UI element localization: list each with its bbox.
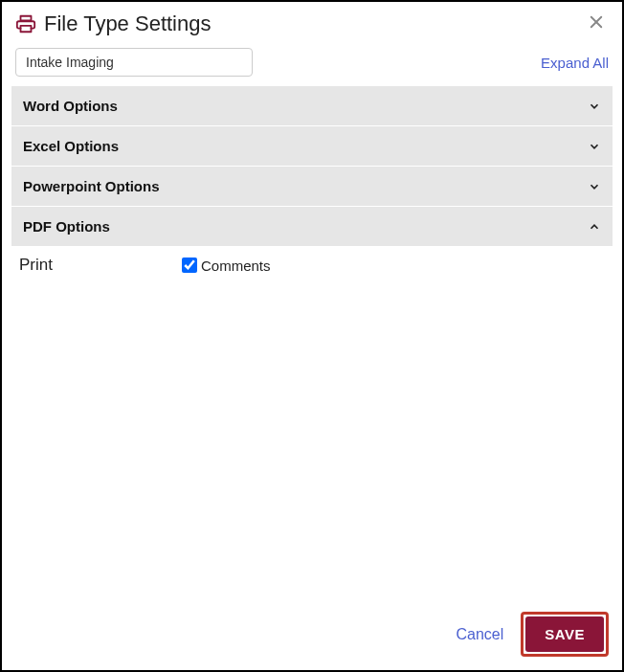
expand-all-link[interactable]: Expand All [541,55,609,71]
comments-checkbox[interactable] [182,258,197,273]
dialog-header: File Type Settings [2,2,622,40]
accordion-header-excel[interactable]: Excel Options [11,126,613,166]
save-button[interactable]: SAVE [525,616,604,652]
search-input[interactable] [15,48,253,77]
save-button-highlight: SAVE [521,612,609,657]
accordion-item-word: Word Options [11,86,613,126]
svg-rect-0 [21,16,32,21]
accordion-body-pdf: Print Comments [11,246,613,279]
accordion-item-powerpoint: Powerpoint Options [11,167,613,207]
dialog-content: Word Options Excel Options Powerpoint Op… [2,86,622,600]
accordion-label: Powerpoint Options [23,178,160,194]
accordion-item-pdf: PDF Options Print Comments [11,207,613,280]
pdf-print-label: Print [19,256,182,275]
dialog-title: File Type Settings [44,11,584,36]
print-icon [15,13,36,34]
accordion-label: Word Options [23,98,118,114]
accordion-item-excel: Excel Options [11,126,613,167]
accordion: Word Options Excel Options Powerpoint Op… [11,86,613,280]
comments-checkbox-wrapper[interactable]: Comments [182,258,271,274]
file-type-settings-dialog: File Type Settings Expand All Word Optio… [0,0,624,672]
chevron-down-icon [588,140,601,153]
accordion-header-powerpoint[interactable]: Powerpoint Options [11,167,613,206]
dialog-footer: Cancel SAVE [2,600,622,670]
dialog-toolbar: Expand All [2,40,622,86]
close-button[interactable] [584,11,609,36]
chevron-up-icon [588,220,601,234]
cancel-button[interactable]: Cancel [456,626,503,643]
svg-rect-1 [21,26,32,32]
accordion-label: Excel Options [23,138,119,154]
accordion-header-word[interactable]: Word Options [11,86,613,125]
chevron-down-icon [588,100,601,113]
accordion-header-pdf[interactable]: PDF Options [11,207,613,246]
chevron-down-icon [588,180,601,193]
accordion-label: PDF Options [23,218,110,235]
comments-checkbox-label: Comments [201,258,271,274]
